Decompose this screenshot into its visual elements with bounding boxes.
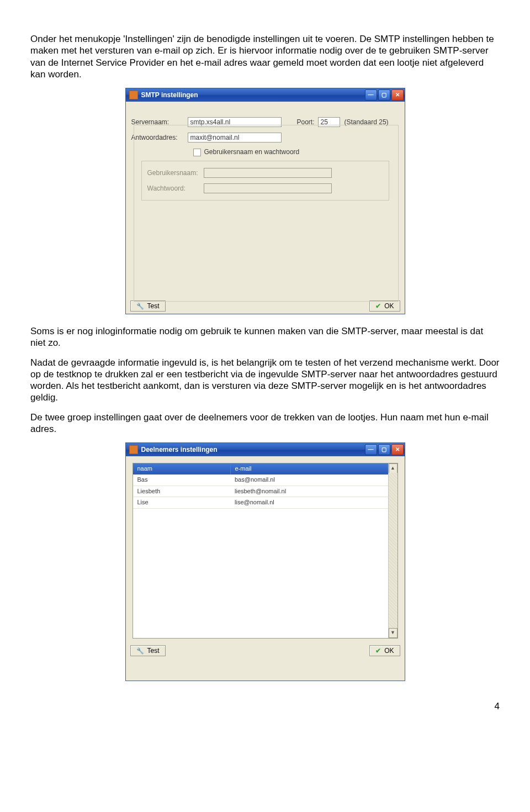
scroll-down-icon[interactable]: ▼ — [389, 628, 398, 638]
test-label: Test — [147, 302, 160, 310]
test-button[interactable]: 🔧 Test — [130, 645, 166, 656]
ok-label: OK — [384, 647, 394, 655]
close-button[interactable]: ✕ — [391, 89, 404, 101]
wachtwoord-input[interactable] — [204, 183, 332, 193]
cell-email[interactable]: lise@nomail.nl — [230, 497, 397, 509]
check-icon: ✔ — [375, 302, 381, 310]
cell-naam[interactable]: Lise — [133, 497, 231, 509]
smtp-titlebar[interactable]: SMTP instellingen — ▢ ✕ — [126, 88, 405, 102]
cell-naam[interactable]: Liesbeth — [133, 486, 231, 497]
cell-email[interactable]: bas@nomail.nl — [230, 474, 397, 486]
antwoord-input[interactable] — [188, 133, 282, 143]
app-icon — [129, 91, 138, 99]
app-icon — [129, 445, 138, 454]
paragraph: Soms is er nog inloginformatie nodig om … — [30, 325, 500, 349]
poort-label: Poort: — [297, 118, 315, 126]
minimize-button[interactable]: — — [365, 444, 377, 455]
check-icon: ✔ — [375, 647, 381, 655]
cell-email[interactable]: liesbeth@nomail.nl — [230, 486, 397, 497]
tools-icon: 🔧 — [136, 647, 144, 655]
auth-checkbox[interactable] — [193, 149, 201, 156]
scrollbar[interactable]: ▲ ▼ — [388, 463, 398, 638]
table-header-row[interactable]: naam e-mail — [133, 463, 398, 474]
paragraph: De twee groep instellingen gaat over de … — [30, 412, 500, 435]
close-button[interactable]: ✕ — [391, 444, 404, 455]
scroll-track[interactable] — [389, 473, 398, 629]
scroll-up-icon[interactable]: ▲ — [389, 463, 398, 473]
ok-button[interactable]: ✔ OK — [369, 300, 400, 312]
smtp-title: SMTP instellingen — [141, 91, 365, 99]
poort-input[interactable] — [318, 117, 340, 127]
test-label: Test — [147, 647, 160, 655]
table-row[interactable]: Bas bas@nomail.nl — [133, 474, 398, 486]
table-row[interactable]: Lise lise@nomail.nl — [133, 497, 398, 509]
gebruikersnaam-input[interactable] — [204, 168, 332, 178]
deelnemers-window: Deelnemers instellingen — ▢ ✕ naam e-mai… — [125, 442, 405, 681]
test-button[interactable]: 🔧 Test — [130, 300, 166, 312]
participants-table[interactable]: naam e-mail Bas bas@nomail.nl Liesbeth l… — [133, 463, 398, 509]
antwoord-label: Antwoordadres: — [131, 134, 188, 142]
maximize-button[interactable]: ▢ — [378, 444, 390, 455]
auth-groupbox: Gebruikersnaam: Wachtwoord: — [141, 161, 389, 201]
deelnemers-title: Deelnemers instellingen — [141, 446, 365, 454]
minimize-button[interactable]: — — [365, 89, 377, 101]
page-number: 4 — [495, 700, 500, 712]
smtp-window: SMTP instellingen — ▢ ✕ Servernaam: Poor… — [125, 88, 405, 314]
paragraph: Nadat de gevraagde informatie ingevuld i… — [30, 357, 500, 404]
maximize-button[interactable]: ▢ — [378, 89, 390, 101]
poort-note: (Standaard 25) — [344, 118, 389, 126]
cell-naam[interactable]: Bas — [133, 474, 231, 486]
participants-table-wrap: naam e-mail Bas bas@nomail.nl Liesbeth l… — [132, 463, 398, 639]
col-naam[interactable]: naam — [133, 463, 231, 474]
ok-label: OK — [384, 302, 394, 310]
paragraph: Onder het menukopje 'Instellingen' zijn … — [30, 33, 500, 80]
servernaam-input[interactable] — [188, 117, 282, 127]
gebruikersnaam-label: Gebruikersnaam: — [147, 169, 204, 177]
table-row[interactable]: Liesbeth liesbeth@nomail.nl — [133, 486, 398, 497]
col-email[interactable]: e-mail — [230, 463, 397, 474]
tools-icon: 🔧 — [136, 303, 144, 310]
auth-checkbox-label: Gebruikersnaam en wachtwoord — [204, 148, 300, 156]
deelnemers-titlebar[interactable]: Deelnemers instellingen — ▢ ✕ — [126, 443, 405, 456]
wachtwoord-label: Wachtwoord: — [147, 184, 204, 193]
servernaam-label: Servernaam: — [131, 118, 188, 126]
ok-button[interactable]: ✔ OK — [369, 645, 400, 656]
